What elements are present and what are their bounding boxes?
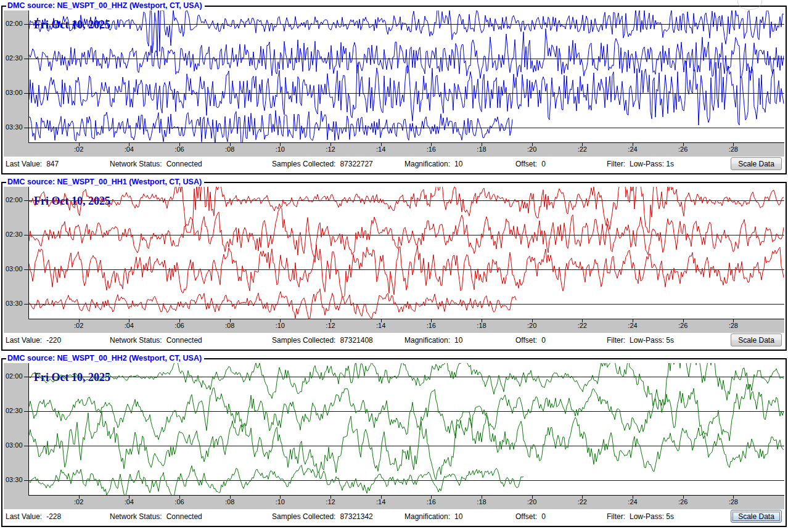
- seismogram-svg: Fri Oct 10, 2025: [29, 187, 784, 319]
- x-axis-label: :06: [170, 322, 189, 329]
- x-axis-label: :08: [221, 145, 239, 153]
- x-axis-label: :06: [170, 498, 189, 505]
- status-offset: Offset:0: [515, 336, 546, 345]
- status-label: Offset:: [515, 512, 537, 521]
- plot-wrap-hh2: 02:0002:3003:0003:30 Fri Oct 10, 2025: [4, 363, 784, 496]
- status-label: Offset:: [515, 336, 537, 345]
- x-axis-label: :08: [221, 498, 239, 505]
- status-value: Low-Pass: 1s: [630, 160, 674, 168]
- seismogram-svg: Fri Oct 10, 2025: [29, 10, 784, 142]
- plot-wrap-hh1: 02:0002:3003:0003:30 Fri Oct 10, 2025: [4, 187, 784, 319]
- x-axis-label: :20: [523, 145, 541, 153]
- x-axis-label: :14: [372, 498, 390, 505]
- x-axis-label: :14: [372, 145, 390, 153]
- y-axis-tick: [24, 235, 32, 235]
- status-label: Magnification:: [404, 160, 450, 168]
- y-axis-label: 02:30: [6, 407, 25, 414]
- status-last-value: Last Value:847: [6, 160, 59, 168]
- status-samples-collected: Samples Collected:87322727: [272, 160, 373, 168]
- status-value: Connected: [166, 512, 202, 521]
- status-value: -228: [46, 512, 61, 521]
- scale-data-button[interactable]: Scale Data: [731, 510, 782, 523]
- x-axis-label: :04: [120, 498, 138, 505]
- x-axis-label: :16: [422, 322, 440, 329]
- panel-hh1: DMC source: NE_WSPT_00_HH1 (Westport, CT…: [1, 178, 787, 351]
- status-label: Offset:: [515, 160, 537, 168]
- status-label: Samples Collected:: [272, 336, 335, 345]
- status-label: Last Value:: [6, 160, 42, 168]
- y-axis-label: 03:00: [6, 265, 25, 272]
- status-bar: Scale Data Last Value:-228Network Status…: [4, 509, 784, 524]
- y-axis-tick: [24, 480, 32, 481]
- y-axis-tick: [24, 24, 32, 25]
- status-label: Filter:: [607, 160, 625, 168]
- waveform-plot: Fri Oct 10, 2025: [28, 10, 784, 143]
- x-axis-label: :02: [70, 322, 88, 329]
- status-value: 87321408: [340, 336, 372, 345]
- y-axis-label: 02:30: [6, 54, 25, 62]
- panel-title-hh2: DMC source: NE_WSPT_00_HH2 (Westport, CT…: [6, 354, 204, 362]
- y-axis-label: 02:00: [6, 196, 25, 203]
- waveform-plot: Fri Oct 10, 2025: [28, 363, 784, 496]
- y-axis-tick: [24, 304, 32, 305]
- x-axis-label: :10: [271, 322, 289, 329]
- status-label: Magnification:: [404, 336, 450, 345]
- x-axis-label: :24: [623, 322, 642, 329]
- x-axis-label: :12: [321, 498, 340, 505]
- x-axis-label: :14: [372, 322, 390, 329]
- y-axis-tick: [24, 411, 32, 412]
- waveform-plot: Fri Oct 10, 2025: [28, 187, 784, 319]
- y-axis-tick: [24, 59, 32, 59]
- status-label: Network Status:: [110, 160, 162, 168]
- x-axis-label: :06: [170, 145, 189, 153]
- status-label: Magnification:: [404, 512, 450, 521]
- x-axis-label: :18: [472, 498, 491, 505]
- x-axis-band: :02:04:06:08:10:12:14:16:18:20:22:24:26:…: [4, 319, 784, 333]
- status-value: 10: [454, 160, 462, 168]
- y-axis-label: 02:30: [6, 231, 25, 238]
- x-axis-label: :18: [472, 145, 491, 153]
- x-axis-label: :08: [221, 322, 239, 329]
- x-axis-label: :20: [523, 322, 541, 329]
- status-bar: Scale Data Last Value:-220Network Status…: [4, 333, 784, 348]
- status-value: Connected: [166, 160, 202, 168]
- y-axis-tick: [24, 128, 32, 128]
- y-axis-tick: [24, 93, 32, 94]
- status-last-value: Last Value:-220: [6, 336, 61, 345]
- status-label: Last Value:: [6, 336, 42, 345]
- x-axis-label: :26: [674, 498, 692, 505]
- status-offset: Offset:0: [515, 160, 546, 168]
- scale-data-button[interactable]: Scale Data: [731, 157, 782, 170]
- x-axis-label: :04: [120, 145, 138, 153]
- status-bar: Scale Data Last Value:847Network Status:…: [4, 157, 784, 171]
- x-axis-label: :04: [120, 322, 138, 329]
- seismogram-trace: [29, 245, 784, 297]
- y-axis-tick: [24, 200, 32, 201]
- x-axis-label: :16: [422, 145, 440, 153]
- x-axis-label: :16: [422, 498, 440, 505]
- x-axis-label: :02: [70, 498, 88, 505]
- seismogram-trace: [29, 187, 784, 232]
- y-axis-label: 03:00: [6, 441, 25, 449]
- x-axis-label: :24: [623, 498, 642, 505]
- y-axis-band: 02:0002:3003:0003:30: [4, 363, 28, 496]
- status-label: Last Value:: [6, 512, 42, 521]
- plot-wrap-hhz: 02:0002:3003:0003:30 Fri Oct 10, 2025: [4, 10, 784, 143]
- status-filter: Filter:Low-Pass: 5s: [607, 512, 674, 521]
- panel-title-hhz: DMC source: NE_WSPT_00_HHZ (Westport, CT…: [6, 2, 205, 10]
- scale-data-button[interactable]: Scale Data: [731, 334, 782, 346]
- status-samples-collected: Samples Collected:87321408: [272, 336, 373, 345]
- status-label: Samples Collected:: [272, 512, 335, 521]
- status-network-status: Network Status:Connected: [110, 512, 202, 521]
- x-axis-label: :26: [674, 145, 692, 153]
- y-axis-label: 03:00: [6, 89, 25, 96]
- y-axis-tick: [24, 446, 32, 446]
- status-value: 0: [541, 336, 546, 345]
- x-axis-band: :02:04:06:08:10:12:14:16:18:20:22:24:26:…: [4, 496, 784, 509]
- status-magnification: Magnification:10: [404, 160, 462, 168]
- seismogram-trace: [29, 289, 516, 319]
- x-axis-band: :02:04:06:08:10:12:14:16:18:20:22:24:26:…: [4, 143, 784, 157]
- x-axis-label: :10: [271, 145, 289, 153]
- status-value: 0: [541, 160, 546, 168]
- status-filter: Filter:Low-Pass: 1s: [607, 160, 674, 168]
